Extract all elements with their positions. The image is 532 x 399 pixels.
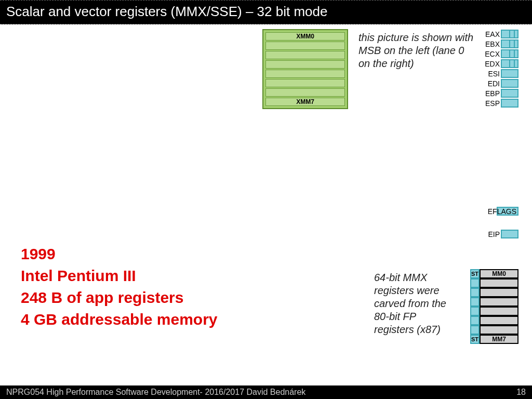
mm-cell bbox=[480, 307, 518, 316]
st-cell bbox=[470, 316, 480, 325]
red-callout: 1999 Intel Pentium III 248 B of app regi… bbox=[21, 243, 343, 330]
gpr-bar bbox=[501, 89, 518, 98]
mmx-row-0: STMM0 bbox=[470, 269, 518, 278]
eip-register: EIP bbox=[485, 230, 518, 238]
gpr-label: EAX bbox=[482, 30, 500, 38]
eip-label: EIP bbox=[485, 230, 500, 238]
xmm-row-7: XMM7 bbox=[265, 98, 345, 106]
gpr-edi: EDI bbox=[482, 79, 518, 88]
slide-title: Scalar and vector registers (MMX/SSE) – … bbox=[0, 0, 532, 24]
mm-cell bbox=[480, 316, 518, 325]
mm-cell bbox=[480, 278, 518, 288]
mmx-registers: STMM0 STMM7 bbox=[470, 269, 518, 344]
gpr-registers: EAX EBX ECX EDX ESI EDI EBP ESP bbox=[482, 30, 518, 108]
eflags-register: EFLAGS bbox=[497, 207, 518, 216]
eflags-bar: EFLAGS bbox=[497, 207, 518, 216]
xmm-row bbox=[265, 88, 345, 97]
st-cell bbox=[470, 325, 480, 335]
mmx-row-7: STMM7 bbox=[470, 335, 518, 344]
mmx-row bbox=[470, 316, 518, 325]
gpr-eax: EAX bbox=[482, 30, 518, 38]
gpr-esi: ESI bbox=[482, 69, 518, 78]
gpr-esp: ESP bbox=[482, 99, 518, 108]
gpr-label: EDI bbox=[482, 79, 500, 88]
gpr-bar bbox=[501, 49, 518, 58]
st-label: ST bbox=[470, 269, 480, 278]
gpr-bar bbox=[501, 79, 518, 88]
gpr-edx: EDX bbox=[482, 59, 518, 68]
eip-bar bbox=[501, 230, 518, 238]
xmm-row-0: XMM0 bbox=[265, 32, 345, 41]
gpr-bar bbox=[501, 99, 518, 108]
mm-cell bbox=[480, 325, 518, 335]
slide-footer: NPRG054 High Performance Software Develo… bbox=[0, 385, 532, 399]
mmx-row bbox=[470, 297, 518, 307]
st-cell bbox=[470, 297, 480, 307]
gpr-label: EBP bbox=[482, 89, 500, 98]
st-cell bbox=[470, 278, 480, 288]
page-number: 18 bbox=[516, 388, 526, 397]
note-msb: this picture is shown with MSB on the le… bbox=[358, 31, 478, 70]
gpr-label: ESP bbox=[482, 99, 500, 108]
mm-label: MM7 bbox=[480, 335, 518, 344]
mm-cell bbox=[480, 288, 518, 297]
xmm-row bbox=[265, 42, 345, 50]
mm-cell bbox=[480, 297, 518, 307]
st-cell bbox=[470, 288, 480, 297]
red-regsize: 248 B of app registers bbox=[21, 287, 343, 309]
gpr-bar bbox=[501, 30, 518, 38]
xmm-registers: XMM0 XMM7 bbox=[262, 29, 348, 109]
gpr-ebx: EBX bbox=[482, 39, 518, 48]
gpr-bar bbox=[501, 59, 518, 68]
red-cpu: Intel Pentium III bbox=[21, 265, 343, 287]
gpr-ecx: ECX bbox=[482, 49, 518, 58]
xmm-row bbox=[265, 60, 345, 69]
red-memory: 4 GB addressable memory bbox=[21, 309, 343, 330]
gpr-label: EDX bbox=[482, 60, 500, 68]
gpr-bar bbox=[501, 69, 518, 78]
mmx-row bbox=[470, 325, 518, 335]
st-label: ST bbox=[470, 335, 480, 344]
xmm-row bbox=[265, 70, 345, 78]
gpr-ebp: EBP bbox=[482, 89, 518, 98]
red-year: 1999 bbox=[21, 243, 343, 265]
mm-label: MM0 bbox=[480, 269, 518, 278]
xmm-row bbox=[265, 79, 345, 87]
st-cell bbox=[470, 307, 480, 316]
footer-text: NPRG054 High Performance Software Develo… bbox=[6, 388, 305, 397]
note-mmx: 64-bit MMX registers were carved from th… bbox=[374, 271, 452, 336]
xmm-row bbox=[265, 51, 345, 59]
mmx-row bbox=[470, 288, 518, 297]
gpr-bar bbox=[501, 39, 518, 48]
gpr-label: ECX bbox=[482, 50, 500, 58]
eflags-label: EFLAGS bbox=[488, 207, 516, 216]
mmx-row bbox=[470, 307, 518, 316]
gpr-label: EBX bbox=[482, 40, 500, 48]
mmx-row bbox=[470, 278, 518, 288]
gpr-label: ESI bbox=[482, 70, 500, 78]
